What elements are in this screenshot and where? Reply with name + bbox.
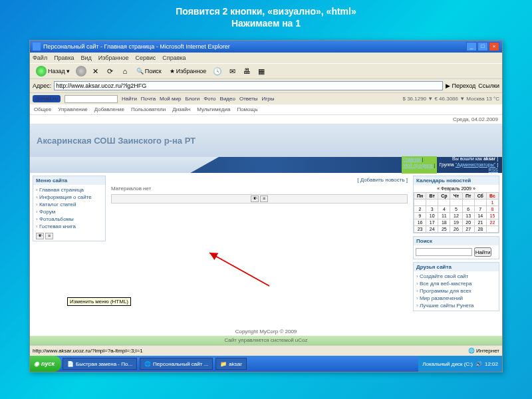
site-menu-block: Меню сайта Главная страница Информация о… <box>33 176 106 241</box>
status-url: http://www.aksar.ucoz.ru/?lmpl=?a-ltmpl=… <box>33 348 468 354</box>
friend-link-4[interactable]: Мир развлечений <box>416 295 496 302</box>
html-mode-button[interactable]: ≡ <box>45 233 53 239</box>
favorites-button[interactable]: ★Избранное <box>166 65 210 78</box>
search-block: Поиск Найти <box>413 236 499 259</box>
address-label: Адрес: <box>33 82 51 89</box>
friend-link-1[interactable]: Создайте свой сайт <box>416 273 496 280</box>
ie-icon <box>33 43 41 51</box>
calendar-title: Календарь новостей <box>414 176 499 185</box>
calendar-block: Календарь новостей « Февраль 2009 » ПнВт… <box>413 176 499 233</box>
mailru-find[interactable]: Найти <box>122 96 137 102</box>
task-item-3[interactable]: 📁aksar <box>215 358 247 370</box>
search-button[interactable]: 🔍Поиск <box>133 65 165 78</box>
forward-button[interactable] <box>74 65 88 78</box>
search-title: Поиск <box>414 237 499 245</box>
browser-menubar: Файл Правка Вид Избранное Сервис Справка <box>30 53 502 63</box>
mailru-mail[interactable]: Почта <box>141 96 156 102</box>
menu-view[interactable]: Вид <box>81 55 92 61</box>
task-item-2[interactable]: 🌐Персональный сайт ... <box>140 358 213 370</box>
tray-disk[interactable]: Локальный диск (С:) <box>422 361 473 367</box>
window-title: Персональный сайт - Главная страница - M… <box>43 43 466 50</box>
menu-item-photos[interactable]: Фотоальбомы <box>36 215 102 223</box>
minimize-button[interactable]: _ <box>466 42 477 51</box>
calendar-month[interactable]: « Февраль 2009 » <box>414 185 499 192</box>
back-button[interactable]: Назад ▾ <box>33 65 73 78</box>
friend-link-5[interactable]: Лучшие сайты Рунета <box>416 302 496 309</box>
link-rss[interactable]: RSS <box>489 168 498 172</box>
site-header: Аксаринская СОШ Заинского р-на РТ <box>30 124 502 157</box>
visual-mode-button[interactable]: 👁 <box>36 233 44 239</box>
menu-item-home[interactable]: Главная страница <box>36 186 102 194</box>
stop-button[interactable]: ✕ <box>89 65 102 78</box>
maximize-button[interactable]: □ <box>477 42 488 51</box>
link-profile[interactable]: Мой профиль <box>403 163 433 168</box>
refresh-button[interactable]: ⟳ <box>104 65 117 78</box>
ucoz-footer: Сайт управляется системой uCoz <box>30 336 502 345</box>
edit-button[interactable]: ▦ <box>255 65 268 78</box>
link-main[interactable]: Главная <box>403 157 421 162</box>
link-group[interactable]: "Администраторы" <box>456 162 496 167</box>
mailru-search-input[interactable] <box>65 95 118 103</box>
header-wave: Главная | Мой профиль | Вы вошли как aks… <box>30 157 502 173</box>
admin-design[interactable]: Дизайн <box>172 106 190 112</box>
search-button[interactable]: Найти <box>474 247 492 257</box>
content-visual-button[interactable]: 👁 <box>251 196 259 202</box>
menu-item-info[interactable]: Информация о сайте <box>36 194 102 201</box>
print-button[interactable]: 🖶 <box>240 65 253 78</box>
add-news-link[interactable]: [ Добавить новость ] <box>357 177 408 183</box>
content-html-button[interactable]: ≡ <box>260 196 268 202</box>
search-input[interactable] <box>416 248 472 256</box>
mailru-rates: $ 36.1290 ▼ € 46.3086 ▼ Москва 13 °C <box>402 96 499 102</box>
home-button[interactable]: ⌂ <box>118 65 132 78</box>
menu-favorites[interactable]: Избранное <box>98 55 129 61</box>
admin-general[interactable]: Общее <box>34 106 51 112</box>
mailru-logo[interactable]: @mail.ru <box>33 95 61 102</box>
menu-tools[interactable]: Сервис <box>135 55 156 61</box>
site-menu-title: Меню сайта <box>33 176 105 185</box>
task-item-1[interactable]: 📄Быстрая замена - По... <box>63 358 137 370</box>
admin-add[interactable]: Добавление <box>94 106 124 112</box>
menu-help[interactable]: Справка <box>162 55 186 61</box>
slide-title: Появится 2 кнопки, «визуално», «html» На… <box>0 0 532 32</box>
windows-taskbar: ◉ пуск 📄Быстрая замена - По... 🌐Персонал… <box>30 356 502 372</box>
admin-users[interactable]: Пользователи <box>131 106 166 112</box>
mailru-games[interactable]: Игры <box>262 96 275 102</box>
close-button[interactable]: × <box>489 42 499 51</box>
admin-help[interactable]: Помощь <box>237 106 257 112</box>
start-button[interactable]: ◉ пуск <box>30 356 61 372</box>
ucoz-admin-menu: Общее Управление Добавление Пользователи… <box>30 104 502 115</box>
links-label[interactable]: Ссылки <box>478 82 499 89</box>
menu-item-guestbook[interactable]: Гостевая книга <box>36 223 102 230</box>
friends-title: Друзья сайта <box>414 263 499 271</box>
history-button[interactable]: 🕓 <box>211 65 224 78</box>
url-input[interactable] <box>54 81 443 90</box>
mailru-video[interactable]: Видео <box>220 96 235 102</box>
friend-link-3[interactable]: Программы для всех <box>416 287 496 295</box>
menu-item-articles[interactable]: Каталог статей <box>36 201 102 208</box>
mail-button[interactable]: ✉ <box>225 65 239 78</box>
mailru-blogs[interactable]: Блоги <box>185 96 200 102</box>
tray-icon[interactable]: 🔊 <box>475 361 482 367</box>
mailru-photo[interactable]: Фото <box>203 96 215 102</box>
calendar-table: ПнВтСрЧтПтСбВс 1 2345678 9101112131415 1… <box>414 192 499 233</box>
system-tray: Локальный диск (С:) 🔊 12:02 <box>418 356 502 372</box>
mailru-toolbar: @mail.ru Найти Почта Мой мир Блоги Фото … <box>30 92 502 104</box>
mailru-world[interactable]: Мой мир <box>160 96 181 102</box>
address-bar: Адрес: ▶ Переход Ссылки <box>30 79 502 92</box>
friend-link-2[interactable]: Все для веб-мастера <box>416 280 496 287</box>
tray-clock: 12:02 <box>485 361 498 367</box>
menu-file[interactable]: Файл <box>33 55 47 61</box>
no-materials-label: Материалов нет <box>108 184 410 193</box>
copyright: Copyright MyCorp © 2009 <box>30 327 502 336</box>
go-button[interactable]: ▶ Переход <box>446 82 475 89</box>
current-date: Среда, 04.02.2009 <box>30 115 502 124</box>
content-toolbar: 👁 ≡ <box>111 194 408 203</box>
mailru-answers[interactable]: Ответы <box>239 96 258 102</box>
admin-manage[interactable]: Управление <box>58 106 87 112</box>
menu-edit[interactable]: Правка <box>54 55 74 61</box>
window-titlebar: Персональный сайт - Главная страница - M… <box>30 41 502 53</box>
site-name: Аксаринская СОШ Заинского р-на РТ <box>37 136 196 146</box>
browser-toolbar: Назад ▾ ✕ ⟳ ⌂ 🔍Поиск ★Избранное 🕓 ✉ 🖶 ▦ <box>30 63 502 79</box>
menu-item-forum[interactable]: Форум <box>36 208 102 215</box>
admin-multimedia[interactable]: Мультимедиа <box>197 106 230 112</box>
